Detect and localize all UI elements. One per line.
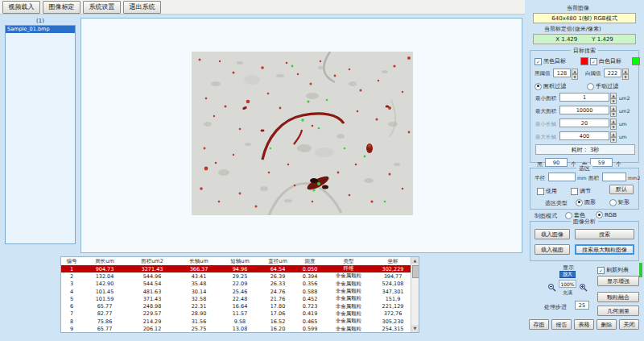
table-row[interactable]: 665.77248.9822.3116.6417.800.723非金属颗粒221… bbox=[61, 302, 412, 310]
white-threshold-label: 白阈值 bbox=[585, 70, 601, 77]
list-item[interactable]: Sample_01.bmp bbox=[6, 26, 75, 33]
white-threshold-spinner[interactable]: ▲▼ bbox=[622, 69, 629, 77]
max-axis-input[interactable]: 400 bbox=[559, 131, 609, 140]
load-view-button[interactable]: 载入视图 bbox=[535, 244, 570, 255]
radius-input[interactable] bbox=[548, 173, 576, 181]
action-button[interactable]: 关闭 bbox=[619, 319, 639, 330]
refresh-list-label: 刷新列表 bbox=[606, 266, 629, 274]
process-step-input[interactable]: 25 bbox=[575, 301, 589, 310]
use-label: 使用 bbox=[546, 187, 557, 195]
radio-icon bbox=[609, 199, 617, 206]
manual-filter-radio[interactable]: 手动过滤 bbox=[587, 82, 618, 90]
max-area-spinner[interactable]: ▲▼ bbox=[610, 106, 617, 114]
default-button[interactable]: 默认 bbox=[609, 185, 634, 194]
load-image-button[interactable]: 载入图像 bbox=[535, 229, 570, 239]
elapsed-time-field: 耗时： 3秒 bbox=[535, 144, 635, 155]
action-button[interactable]: 删除 bbox=[597, 319, 617, 330]
display-enhance-button[interactable]: 显示增强 bbox=[597, 276, 639, 286]
file-list[interactable]: Sample_01.bmp bbox=[5, 25, 76, 244]
black-threshold-spinner[interactable]: ▲▼ bbox=[572, 69, 578, 77]
column-header[interactable]: 编号 bbox=[61, 257, 82, 265]
area-filter-radio[interactable]: 面积过滤 bbox=[535, 82, 566, 90]
min-axis-spinner[interactable]: ▲▼ bbox=[610, 119, 617, 127]
process-step-label: 处理步进 bbox=[544, 303, 567, 311]
rect-radio[interactable]: 矩形 bbox=[609, 198, 630, 206]
particle-table[interactable]: 编号周长um面积um2长轴um短轴um直径um圆度类型坐标 1904.73327… bbox=[61, 257, 412, 333]
calibration-y: Y 1.429 bbox=[592, 36, 613, 43]
column-header[interactable]: 面积um2 bbox=[127, 257, 177, 265]
column-header[interactable]: 类型 bbox=[324, 257, 374, 265]
table-row[interactable]: 5101.59371.4332.5822.4821.760.452非金属颗粒15… bbox=[61, 295, 412, 302]
search-max-particle-button[interactable]: 搜索最大颗粒图像 bbox=[575, 244, 634, 255]
table-scrollbar[interactable]: ▲ ▼ bbox=[411, 257, 419, 332]
geometry-measure-button[interactable]: 几何测量 bbox=[597, 306, 639, 316]
search-button[interactable]: 搜索 bbox=[575, 229, 634, 239]
draw-mode-opt2-radio[interactable]: RGB bbox=[596, 211, 617, 218]
refresh-list-checkbox[interactable]: ✓ 刷新列表 bbox=[597, 266, 629, 274]
calibration-value-field: X 1.429 Y 1.429 bbox=[533, 34, 636, 44]
table-row[interactable]: 875.86214.2931.569.5816.520.465非金属颗粒305,… bbox=[61, 318, 412, 325]
white-target-color-swatch bbox=[632, 57, 640, 65]
table-row[interactable]: 2132.04544.9643.4129.2526.390.394非金属颗粒39… bbox=[61, 272, 412, 280]
column-header[interactable]: 圆度 bbox=[296, 257, 324, 265]
table-row[interactable]: 965.77206.1225.7513.0816.200.599非金属颗粒254… bbox=[61, 325, 412, 332]
checkbox-icon: ✓ bbox=[590, 58, 597, 65]
fit-button[interactable]: 充满 bbox=[559, 289, 576, 297]
zoom-in-button[interactable]: 放大 bbox=[559, 271, 576, 278]
white-target-checkbox[interactable]: ✓ 白色目标 bbox=[590, 57, 621, 65]
table-row[interactable]: 782.77229.5728.9011.5717.060.419非金属颗粒372… bbox=[61, 310, 412, 318]
use-checkbox[interactable]: 使用 bbox=[537, 187, 557, 195]
black-threshold-input[interactable]: 128 bbox=[553, 69, 571, 77]
column-header[interactable]: 短轴um bbox=[221, 257, 259, 265]
zoom-percent-field: 100% bbox=[559, 280, 576, 288]
column-header[interactable]: 长轴um bbox=[177, 257, 221, 265]
toolbar-button[interactable]: 退出系统 bbox=[123, 1, 161, 14]
radio-icon bbox=[576, 199, 583, 206]
min-axis-input[interactable]: 20 bbox=[559, 119, 609, 127]
black-target-color-swatch bbox=[580, 57, 588, 65]
sel-area-input[interactable] bbox=[602, 173, 626, 181]
white-threshold-input[interactable]: 222 bbox=[604, 69, 621, 77]
action-button[interactable]: 存图 bbox=[529, 319, 549, 330]
column-header[interactable]: 直径um bbox=[259, 257, 296, 265]
manual-filter-label: 手动过滤 bbox=[596, 82, 618, 90]
table-row[interactable]: 1904.733271.43366.3794.9664.540.050纤维302… bbox=[61, 265, 412, 272]
min-axis-label: 最小长轴 bbox=[535, 121, 556, 128]
black-target-checkbox[interactable]: ✓ 黑色目标 bbox=[535, 57, 566, 65]
action-button[interactable]: 报告 bbox=[551, 319, 572, 330]
toolbar-button[interactable]: 系统设置 bbox=[83, 1, 121, 14]
min-axis-unit: um bbox=[619, 121, 627, 127]
min-area-unit: um2 bbox=[619, 95, 630, 101]
scroll-down-icon[interactable]: ▼ bbox=[411, 325, 419, 332]
adjust-checkbox[interactable]: 调节 bbox=[571, 187, 591, 195]
radio-icon bbox=[535, 83, 542, 90]
toolbar-button[interactable]: 视频载入 bbox=[2, 1, 40, 14]
sel-area-label: 面积 bbox=[588, 175, 599, 182]
min-area-input[interactable]: 1 bbox=[559, 93, 609, 102]
calibration-x: X 1.429 bbox=[555, 36, 577, 43]
image-viewport[interactable] bbox=[80, 18, 522, 253]
zoom-in-icon[interactable] bbox=[579, 280, 588, 289]
max-axis-spinner[interactable]: ▲▼ bbox=[610, 131, 617, 140]
scroll-thumb[interactable] bbox=[412, 265, 419, 278]
rect-label: 矩形 bbox=[618, 198, 630, 206]
table-row[interactable]: 3142.90544.5435.4822.0926.330.356非金属颗粒52… bbox=[61, 281, 412, 288]
max-area-input[interactable]: 10000 bbox=[559, 106, 609, 114]
action-button[interactable]: 表格 bbox=[574, 319, 594, 330]
zoom-out-icon[interactable] bbox=[547, 280, 556, 289]
black-count-field: 90 bbox=[545, 158, 568, 167]
circle-radio[interactable]: 圆形 bbox=[576, 198, 596, 206]
max-axis-unit: um bbox=[619, 134, 627, 139]
table-row[interactable]: 4101.45481.6330.1425.4624.760.588非金属颗粒34… bbox=[61, 288, 412, 295]
image-analysis-title: 图像分析 bbox=[571, 218, 598, 226]
column-header[interactable]: 坐标 bbox=[374, 257, 412, 265]
min-area-spinner[interactable]: ▲▼ bbox=[610, 93, 617, 102]
bottom-button-row: 存图报告表格删除关闭 bbox=[529, 319, 642, 330]
toolbar-button[interactable]: 图像标定 bbox=[43, 1, 80, 14]
checkbox-icon: ✓ bbox=[597, 267, 605, 274]
selection-title: 选区 bbox=[576, 164, 592, 173]
particle-merge-button[interactable]: 颗粒融合 bbox=[597, 292, 639, 302]
draw-mode-label: 制图模式 bbox=[535, 212, 557, 220]
scroll-up-icon[interactable]: ▲ bbox=[411, 257, 419, 264]
column-header[interactable]: 周长um bbox=[82, 257, 127, 265]
